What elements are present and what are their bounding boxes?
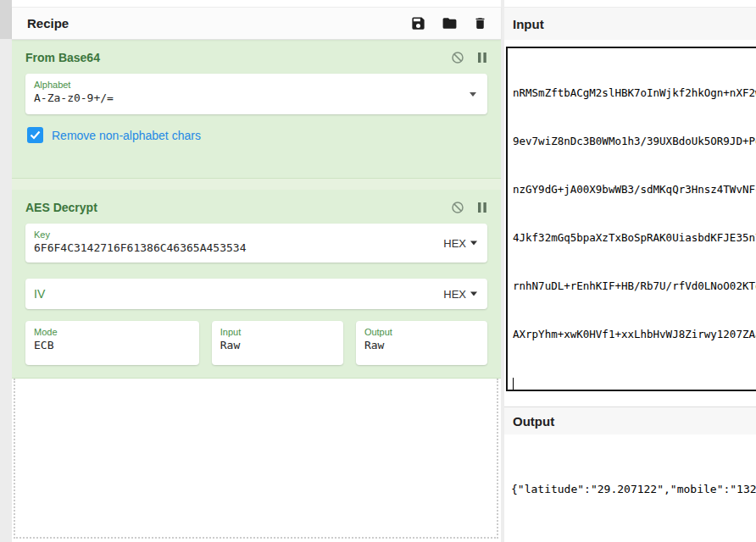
operations-panel-edge-top [0, 0, 12, 39]
input-line: rnhN7uDL+rEnhKIF+HB/Rb7U/rfVd0LNoO02KTo [513, 278, 756, 294]
cyberchef-app: Recipe From Base64 [0, 0, 756, 542]
mode-label: Mode [25, 321, 199, 337]
breakpoint-pause-icon[interactable] [477, 52, 487, 64]
output-type-select[interactable]: Output Raw [356, 321, 487, 365]
text-cursor [513, 378, 514, 390]
input-type-select[interactable]: Input Raw [212, 321, 343, 365]
alphabet-field[interactable]: Alphabet A-Za-z0-9+/= [25, 74, 487, 114]
iv-field[interactable]: IV HEX [25, 279, 487, 309]
input-line: 4Jkf32mGq5bpaXzTxBoSpRAK0UiasbdKFJE35n7 [513, 230, 756, 246]
output-type-label: Output [356, 321, 487, 337]
output-area: {"latitude":"29.207122","mobile":"1323 e… [506, 434, 756, 542]
input-line: nRMSmZftbACgM2slHBK7oInWjkf2hkOgn+nXF2w [513, 85, 756, 101]
mode-input-output-row: Mode ECB Input Raw Output Raw [25, 321, 487, 365]
iv-type-dropdown[interactable]: HEX [443, 288, 477, 301]
operation-title-row: From Base64 [12, 40, 501, 72]
chevron-down-icon [470, 92, 476, 97]
input-line: nzGY9dG+jA00X9bwWB3/sdMKqQr3Hnsz4TWvNFc [513, 181, 756, 197]
alphabet-field-value: A-Za-z0-9+/= [25, 90, 487, 111]
disable-operation-icon[interactable] [451, 201, 464, 214]
save-recipe-icon[interactable] [410, 15, 426, 31]
input-caret-line [513, 374, 756, 390]
key-type-value: HEX [443, 237, 466, 250]
recipe-operations-list: From Base64 Alphabet A-Za-z0-9+/= [12, 40, 501, 379]
alphabet-field-label: Alphabet [25, 74, 487, 90]
input-line: 9ev7wiZ8nDc3B0WMo1h3/39UXBdoUk5OR9JD+Po [513, 133, 756, 149]
output-line: eId":"android_lucky_af401185-31d2-4515- [511, 538, 756, 542]
operation-aes-decrypt[interactable]: AES Decrypt Key 6F6F4C3142716F61386C4636… [12, 190, 501, 379]
operations-panel-edge [0, 0, 12, 542]
chevron-down-icon [470, 241, 477, 246]
output-header: Output [504, 406, 756, 434]
input-panel-title: Input [513, 17, 544, 31]
mode-select[interactable]: Mode ECB [25, 321, 199, 365]
disable-operation-icon[interactable] [451, 51, 464, 64]
chevron-down-icon [470, 292, 477, 296]
recipe-drop-area[interactable] [14, 379, 498, 539]
key-field-value: 6F6F4C3142716F61386C46365A453534 [25, 240, 487, 261]
operation-controls [451, 201, 487, 214]
operation-controls [451, 51, 487, 64]
key-field[interactable]: Key 6F6F4C3142716F61386C46365A453534 HEX [25, 224, 487, 263]
key-field-label: Key [25, 224, 487, 240]
iv-field-label: IV [25, 287, 45, 301]
operation-from-base64[interactable]: From Base64 Alphabet A-Za-z0-9+/= [12, 40, 501, 179]
recipe-header: Recipe [12, 7, 501, 40]
operation-title-row: AES Decrypt [12, 190, 501, 222]
breakpoint-pause-icon[interactable] [477, 202, 487, 213]
io-panel: Input nRMSmZftbACgM2slHBK7oInWjkf2hkOgn+… [504, 0, 756, 542]
recipe-panel-title: Recipe [27, 16, 69, 30]
input-type-label: Input [212, 321, 343, 337]
input-line: AXrpYhm+xwK0HVf1+xxLhbHvWJ8Zirwy1207ZAa [513, 326, 756, 342]
output-line: {"latitude":"29.207122","mobile":"1323 [511, 480, 756, 500]
output-type-value: Raw [356, 337, 487, 358]
output-panel-title: Output [513, 414, 554, 429]
operation-name: From Base64 [25, 51, 100, 64]
remove-non-alphabet-chars-label[interactable]: Remove non-alphabet chars [52, 129, 201, 142]
input-textarea[interactable]: nRMSmZftbACgM2slHBK7oInWjkf2hkOgn+nXF2w … [506, 47, 756, 391]
input-type-value: Raw [212, 337, 343, 358]
input-header: Input [504, 7, 756, 40]
recipe-toolbar [410, 15, 487, 31]
load-recipe-folder-icon[interactable] [441, 15, 459, 31]
iv-type-value: HEX [443, 288, 466, 301]
remove-non-alphabet-chars-row[interactable]: Remove non-alphabet chars [27, 127, 487, 143]
key-type-dropdown[interactable]: HEX [443, 237, 477, 250]
remove-non-alphabet-chars-checkbox[interactable] [27, 127, 43, 143]
operation-name: AES Decrypt [25, 201, 97, 214]
recipe-panel: Recipe From Base64 [12, 0, 501, 542]
mode-value: ECB [25, 337, 199, 358]
clear-recipe-trash-icon[interactable] [473, 15, 487, 31]
